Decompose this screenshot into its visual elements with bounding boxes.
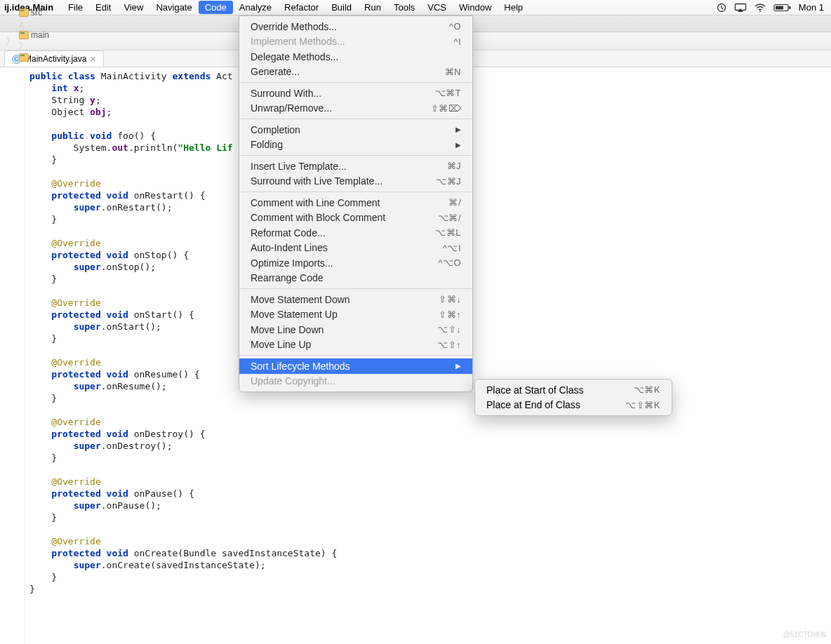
menu-tools[interactable]: Tools <box>387 1 421 14</box>
menu-item-generate[interactable]: Generate...⌘N <box>239 65 472 80</box>
macos-menubar: ij.idea.Main FileEditViewNavigateCodeAna… <box>0 0 831 15</box>
menu-refactor[interactable]: Refactor <box>278 1 325 14</box>
breadcrumb-src[interactable]: src <box>17 8 51 18</box>
menu-window[interactable]: Window <box>453 1 498 14</box>
menu-item-optimize-imports[interactable]: Optimize Imports...^⌥O <box>239 255 472 271</box>
editor-gutter <box>0 67 25 644</box>
menu-item-move-statement-up[interactable]: Move Statement Up⇧⌘↑ <box>239 307 472 323</box>
sort-lifecycle-submenu[interactable]: Place at Start of Class⌥⌘KPlace at End o… <box>474 379 672 416</box>
menu-edit[interactable]: Edit <box>89 1 117 14</box>
menu-item-move-line-down[interactable]: Move Line Down⌥⇧↓ <box>239 322 472 337</box>
svg-rect-8 <box>776 6 783 9</box>
menu-item-move-statement-down[interactable]: Move Statement Down⇧⌘↓ <box>239 292 472 307</box>
battery-icon[interactable] <box>773 3 792 13</box>
menu-item-surround-with[interactable]: Surround With...⌥⌘T <box>239 86 472 101</box>
notification-icon[interactable] <box>716 3 727 13</box>
folder-icon <box>19 8 29 17</box>
tab-filename: MainActivity.java <box>25 54 86 64</box>
menu-item-rearrange-code[interactable]: Rearrange Code <box>239 271 472 286</box>
folder-icon <box>19 53 29 62</box>
code-menu-dropdown[interactable]: Override Methods...^OImplement Methods..… <box>239 15 473 392</box>
menu-vcs[interactable]: VCS <box>421 1 453 14</box>
menu-item-completion[interactable]: Completion▶ <box>239 122 472 137</box>
airplay-icon[interactable] <box>734 3 747 13</box>
menu-navigate[interactable]: Navigate <box>149 1 198 14</box>
menu-item-update-copyright: Update Copyright... <box>239 374 472 389</box>
close-icon[interactable]: ✕ <box>90 55 96 64</box>
menubar-status-area: Mon 1 <box>716 2 827 13</box>
menu-item-auto-indent-lines[interactable]: Auto-Indent Lines^⌥I <box>239 241 472 256</box>
menu-view[interactable]: View <box>117 1 149 14</box>
breadcrumb-main[interactable]: main <box>17 30 51 40</box>
menu-item-comment-with-block-comment[interactable]: Comment with Block Comment⌥⌘/ <box>239 210 472 226</box>
folder-icon <box>19 31 29 39</box>
clock: Mon 1 <box>799 2 824 13</box>
watermark: @51CTO博客 <box>783 630 827 640</box>
menu-build[interactable]: Build <box>325 1 358 14</box>
menu-run[interactable]: Run <box>358 1 387 14</box>
menu-analyze[interactable]: Analyze <box>233 1 278 14</box>
menu-file[interactable]: File <box>62 1 89 14</box>
menu-help[interactable]: Help <box>498 1 529 14</box>
menu-item-sort-lifecycle-methods[interactable]: Sort Lifecycle Methods▶ <box>239 358 472 374</box>
menu-item-implement-methods: Implement Methods...^I <box>239 34 472 50</box>
menu-item-comment-with-line-comment[interactable]: Comment with Line Comment⌘/ <box>239 195 472 210</box>
svg-point-5 <box>759 11 761 12</box>
menu-code[interactable]: Code <box>199 1 233 14</box>
menu-item-override-methods[interactable]: Override Methods...^O <box>239 19 472 34</box>
menu-item-folding[interactable]: Folding▶ <box>239 137 472 153</box>
svg-line-2 <box>722 8 723 9</box>
menu-item-insert-live-template[interactable]: Insert Live Template...⌘J <box>239 159 472 174</box>
menu-item-move-line-up[interactable]: Move Line Up⌥⇧↑ <box>239 337 472 353</box>
wifi-icon[interactable] <box>754 3 766 13</box>
menu-item-reformat-code[interactable]: Reformat Code...⌥⌘L <box>239 225 472 241</box>
submenu-item-place-at-end-of-class[interactable]: Place at End of Class⌥⇧⌘K <box>475 398 672 413</box>
menu-item-surround-with-live-template[interactable]: Surround with Live Template...⌥⌘J <box>239 174 472 189</box>
svg-rect-7 <box>789 6 791 9</box>
menu-item-delegate-methods[interactable]: Delegate Methods... <box>239 49 472 65</box>
menu-item-unwrap-remove[interactable]: Unwrap/Remove...⇧⌘⌦ <box>239 101 472 116</box>
submenu-item-place-at-start-of-class[interactable]: Place at Start of Class⌥⌘K <box>475 382 672 398</box>
